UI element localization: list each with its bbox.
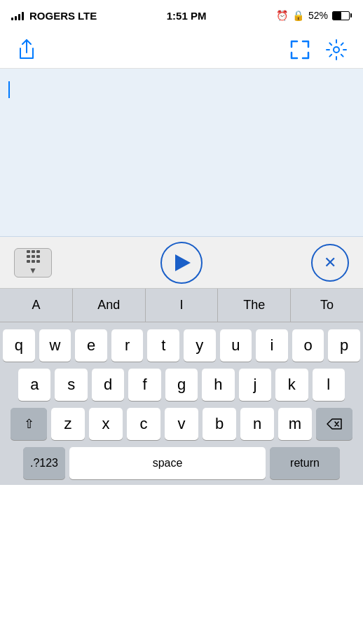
keyboard-hide-button[interactable]: ▼ bbox=[14, 248, 52, 278]
time-display: 1:51 PM bbox=[167, 10, 207, 22]
keyboard-row-3: ⇧ z x c v b n m bbox=[3, 408, 360, 440]
top-toolbar bbox=[0, 31, 363, 69]
settings-button[interactable] bbox=[321, 34, 352, 65]
cursor bbox=[8, 81, 10, 98]
editor-area[interactable] bbox=[0, 69, 363, 237]
svg-point-0 bbox=[334, 47, 339, 53]
signal-bar-2 bbox=[15, 16, 17, 20]
key-b[interactable]: b bbox=[203, 408, 236, 440]
key-w[interactable]: w bbox=[39, 329, 71, 362]
key-a[interactable]: a bbox=[18, 369, 50, 401]
share-button[interactable] bbox=[11, 34, 42, 65]
keyboard-bottom-row: .?123 space return bbox=[3, 447, 360, 479]
key-v[interactable]: v bbox=[165, 408, 198, 440]
signal-bars bbox=[11, 11, 24, 20]
play-button[interactable] bbox=[160, 242, 203, 284]
word-suggestions: A And I The To bbox=[0, 289, 363, 322]
signal-bar-4 bbox=[22, 12, 24, 20]
key-t[interactable]: t bbox=[147, 329, 179, 362]
close-icon: ✕ bbox=[324, 255, 336, 270]
status-left: ROGERS LTE bbox=[11, 10, 97, 22]
key-u[interactable]: u bbox=[220, 329, 252, 362]
battery-percent: 52% bbox=[308, 10, 328, 21]
key-e[interactable]: e bbox=[75, 329, 107, 362]
key-p[interactable]: p bbox=[328, 329, 360, 362]
key-i[interactable]: i bbox=[256, 329, 288, 362]
key-j[interactable]: j bbox=[239, 369, 271, 401]
space-button[interactable]: space bbox=[69, 447, 266, 479]
key-y[interactable]: y bbox=[184, 329, 216, 362]
toolbar-right bbox=[285, 34, 352, 65]
keyboard-row-1: q w e r t y u i o p bbox=[3, 329, 360, 362]
status-right: ⏰ 🔒 52% bbox=[276, 10, 352, 21]
controls-bar: ▼ ✕ bbox=[0, 237, 363, 289]
signal-bar-1 bbox=[11, 18, 13, 20]
suggestion-to[interactable]: To bbox=[291, 289, 363, 322]
shift-button[interactable]: ⇧ bbox=[11, 408, 47, 440]
lock-icon: 🔒 bbox=[292, 10, 304, 21]
key-r[interactable]: r bbox=[111, 329, 144, 362]
key-d[interactable]: d bbox=[92, 369, 124, 401]
suggestion-and[interactable]: And bbox=[73, 289, 146, 322]
status-bar: ROGERS LTE 1:51 PM ⏰ 🔒 52% bbox=[0, 0, 363, 31]
suggestion-the[interactable]: The bbox=[218, 289, 291, 322]
key-l[interactable]: l bbox=[313, 369, 345, 401]
keyboard-row-2: a s d f g h j k l bbox=[3, 369, 360, 401]
key-c[interactable]: c bbox=[127, 408, 160, 440]
suggestion-a[interactable]: A bbox=[0, 289, 73, 322]
key-h[interactable]: h bbox=[202, 369, 234, 401]
key-f[interactable]: f bbox=[128, 369, 160, 401]
key-s[interactable]: s bbox=[55, 369, 87, 401]
play-icon bbox=[175, 254, 191, 271]
return-button[interactable]: return bbox=[270, 447, 340, 479]
network-text: LTE bbox=[78, 10, 97, 22]
delete-button[interactable] bbox=[316, 408, 352, 440]
suggestion-i[interactable]: I bbox=[146, 289, 219, 322]
key-q[interactable]: q bbox=[3, 329, 35, 362]
key-z[interactable]: z bbox=[51, 408, 85, 440]
key-g[interactable]: g bbox=[165, 369, 198, 401]
battery-icon bbox=[332, 11, 352, 20]
signal-bar-3 bbox=[18, 14, 20, 20]
alarm-icon: ⏰ bbox=[276, 10, 288, 21]
key-o[interactable]: o bbox=[292, 329, 324, 362]
numbers-button[interactable]: .?123 bbox=[23, 447, 65, 479]
key-k[interactable]: k bbox=[275, 369, 308, 401]
expand-button[interactable] bbox=[285, 34, 315, 65]
key-m[interactable]: m bbox=[278, 408, 312, 440]
key-n[interactable]: n bbox=[240, 408, 274, 440]
key-x[interactable]: x bbox=[89, 408, 123, 440]
keyboard: q w e r t y u i o p a s d f g h j k l ⇧ … bbox=[0, 322, 363, 485]
carrier-text: ROGERS bbox=[29, 10, 75, 22]
close-button[interactable]: ✕ bbox=[311, 244, 349, 282]
